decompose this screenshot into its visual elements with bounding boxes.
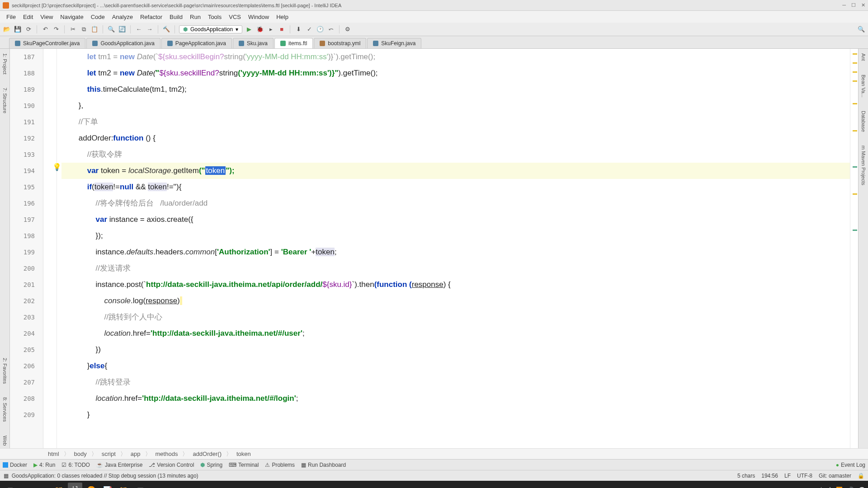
windows-taskbar: ⊞ ○ 📁 IJ 🟠 📝 📂 ▣ ● ● 中 ˄ 📶 🔊 💬 <box>0 481 868 488</box>
tool-ant[interactable]: Ant <box>861 51 866 64</box>
menu-refactor[interactable]: Refactor <box>137 14 166 20</box>
status-encoding[interactable]: UTF-8 <box>797 473 812 479</box>
intellij-icon[interactable]: IJ <box>68 483 82 488</box>
panel-spring[interactable]: ⬢Spring <box>200 462 222 468</box>
tool-web[interactable]: Web <box>2 433 8 448</box>
maximize-icon[interactable]: ☐ <box>851 2 856 8</box>
panel-docker[interactable]: Docker <box>3 462 27 468</box>
event-log-icon: ● <box>836 462 839 468</box>
vcs-history-icon[interactable]: 🕑 <box>316 25 324 33</box>
replace-icon[interactable]: 🔄 <box>118 25 126 33</box>
app-icon[interactable]: ● <box>149 483 164 488</box>
tab-bootstrap-yml[interactable]: bootstrap.yml <box>314 38 366 48</box>
crumb[interactable]: app <box>128 450 143 457</box>
panel-problems[interactable]: ⚠Problems <box>265 462 295 468</box>
tool-services[interactable]: 8: Services <box>2 394 8 424</box>
menu-code[interactable]: Code <box>87 14 108 20</box>
tool-favorites[interactable]: 2: Favorites <box>2 355 8 386</box>
coverage-icon[interactable]: ▸ <box>267 25 275 33</box>
menu-help[interactable]: Help <box>273 14 292 20</box>
editor[interactable]: 187 188 189 190 191 192 193 194 195 196 … <box>10 49 858 448</box>
cut-icon[interactable]: ✂ <box>69 25 77 33</box>
warning-icon: ⚠ <box>265 462 270 468</box>
explorer-icon[interactable]: 📁 <box>52 483 66 488</box>
vcs-revert-icon[interactable]: ⤺ <box>327 25 335 33</box>
lock-icon[interactable]: 🔒 <box>858 473 864 479</box>
tab-goodsapplication[interactable]: GoodsApplication.java <box>86 38 160 48</box>
status-line-separator[interactable]: LF <box>784 473 791 479</box>
fold-column[interactable]: 💡 <box>43 49 57 448</box>
paste-icon[interactable]: 📋 <box>90 25 99 33</box>
crumb[interactable]: token <box>234 450 254 457</box>
back-icon[interactable]: ← <box>135 25 143 33</box>
menu-window[interactable]: Window <box>245 14 273 20</box>
ime-indicator[interactable]: 中 <box>819 486 824 488</box>
panel-todo[interactable]: ☑6: TODO <box>61 462 90 468</box>
menu-run[interactable]: Run <box>186 14 204 20</box>
postman-icon[interactable]: 🟠 <box>84 483 99 488</box>
settings-icon[interactable]: ⚙ <box>344 25 352 33</box>
status-position[interactable]: 194:56 <box>761 473 778 479</box>
find-icon[interactable]: 🔍 <box>107 25 115 33</box>
menu-build[interactable]: Build <box>166 14 186 20</box>
menu-vcs[interactable]: VCS <box>225 14 245 20</box>
run-icon[interactable]: ▶ <box>245 25 253 33</box>
panel-run[interactable]: ▶4: Run <box>33 462 55 468</box>
crumb[interactable]: body <box>71 450 90 457</box>
tab-sku[interactable]: Sku.java <box>233 38 274 48</box>
tool-maven[interactable]: m Maven Projects <box>861 143 866 188</box>
redo-icon[interactable]: ↷ <box>52 25 60 33</box>
menu-tools[interactable]: Tools <box>204 14 225 20</box>
tool-bean[interactable]: Bean Va... <box>861 72 866 100</box>
crumb[interactable]: html <box>45 450 62 457</box>
chrome-icon[interactable] <box>35 483 50 488</box>
panel-version-control[interactable]: ⎇Version Control <box>149 462 194 468</box>
build-icon[interactable]: 🔨 <box>162 25 170 33</box>
stop-icon[interactable]: ■ <box>278 25 286 33</box>
vcs-update-icon[interactable]: ⬇ <box>294 25 302 33</box>
line-number: 203 <box>10 309 35 325</box>
error-stripe[interactable] <box>850 49 858 448</box>
panel-java-enterprise[interactable]: ☕Java Enterprise <box>96 462 142 468</box>
panel-run-dashboard[interactable]: ▦Run Dashboard <box>301 462 346 468</box>
save-all-icon[interactable]: 💾 <box>14 25 22 33</box>
tab-pageapplication[interactable]: PageApplication.java <box>161 38 232 48</box>
tab-items-ftl[interactable]: items.ftl <box>274 38 313 48</box>
tool-structure[interactable]: 7: Structure <box>2 85 8 116</box>
close-icon[interactable]: ✕ <box>861 2 865 8</box>
menu-analyze[interactable]: Analyze <box>108 14 137 20</box>
terminal-icon[interactable]: ▣ <box>133 483 147 488</box>
forward-icon[interactable]: → <box>146 25 154 33</box>
tool-window-quick-access-icon[interactable]: ▦ <box>4 473 9 479</box>
folder-icon[interactable]: 📂 <box>117 483 131 488</box>
start-icon[interactable]: ⊞ <box>3 483 17 488</box>
menu-view[interactable]: View <box>37 14 57 20</box>
notepad-icon[interactable]: 📝 <box>100 483 115 488</box>
copy-icon[interactable]: ⧉ <box>80 25 88 33</box>
minimize-icon[interactable]: ─ <box>842 2 846 8</box>
sync-icon[interactable]: ⟳ <box>24 25 33 33</box>
panel-event-log[interactable]: ●Event Log <box>836 462 865 468</box>
intention-bulb-icon[interactable]: 💡 <box>52 163 61 171</box>
app-icon[interactable]: ● <box>165 483 180 488</box>
tab-skupagecontroller[interactable]: SkuPageController.java <box>9 38 85 48</box>
open-icon[interactable]: 📂 <box>3 25 11 33</box>
menu-navigate[interactable]: Navigate <box>57 14 87 20</box>
crumb[interactable]: addOrder() <box>190 450 224 457</box>
tab-skufeign[interactable]: SkuFeign.java <box>367 38 421 48</box>
crumb[interactable]: methods <box>153 450 181 457</box>
debug-icon[interactable]: 🐞 <box>256 25 264 33</box>
panel-terminal[interactable]: ⌨Terminal <box>229 462 259 468</box>
tool-database[interactable]: Database <box>861 108 866 135</box>
vcs-commit-icon[interactable]: ✓ <box>305 25 313 33</box>
status-git[interactable]: Git: oamaster <box>819 473 851 479</box>
menu-edit[interactable]: Edit <box>19 14 37 20</box>
run-configuration-select[interactable]: ⬢ GoodsApplication ▾ <box>179 25 242 33</box>
tool-project[interactable]: 1: Project <box>2 51 8 77</box>
code-area[interactable]: let tm1 = new Date(`${sku.seckillBegin?s… <box>57 49 850 448</box>
search-everywhere-icon[interactable]: 🔍 <box>857 25 865 33</box>
menu-file[interactable]: File <box>3 14 19 20</box>
cortana-icon[interactable]: ○ <box>19 483 33 488</box>
crumb[interactable]: script <box>99 450 118 457</box>
undo-icon[interactable]: ↶ <box>41 25 49 33</box>
